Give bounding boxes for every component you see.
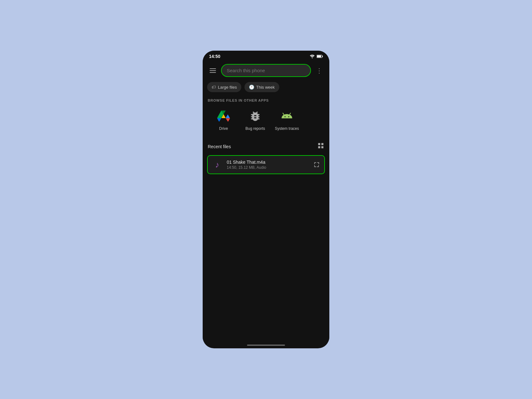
large-files-label: Large files <box>218 85 237 90</box>
hamburger-line-1 <box>210 68 216 69</box>
android-icon-wrapper <box>279 109 294 124</box>
browse-item-bug-reports[interactable]: Bug reports <box>239 105 271 134</box>
home-bar <box>247 345 285 346</box>
file-meta: 14:50, 15.12 MB, Audio <box>227 165 309 170</box>
wifi-icon <box>310 54 315 58</box>
drive-label: Drive <box>219 126 228 131</box>
recent-files-header: Recent files <box>203 139 329 154</box>
file-name: 01 Shake That.m4a <box>227 160 309 165</box>
hamburger-button[interactable] <box>207 66 218 75</box>
hamburger-line-2 <box>210 70 216 71</box>
top-bar: ⋮ <box>203 61 329 80</box>
clock-icon: 🕐 <box>249 85 254 90</box>
svg-rect-2 <box>317 55 321 57</box>
expand-icon <box>314 162 320 168</box>
hamburger-line-3 <box>210 72 216 73</box>
phone-frame: 14:50 ⋮ <box>203 51 329 348</box>
browse-item-drive[interactable]: Drive <box>208 105 239 134</box>
drive-icon-wrapper <box>216 109 231 124</box>
music-icon: ♪ <box>212 160 222 170</box>
status-bar: 14:50 <box>203 51 329 61</box>
file-expand-button[interactable] <box>314 162 320 168</box>
browse-section-title: BROWSE FILES IN OTHER APPS <box>203 94 329 105</box>
bug-icon-wrapper <box>248 109 263 124</box>
file-item[interactable]: ♪ 01 Shake That.m4a 14:50, 15.12 MB, Aud… <box>207 155 325 174</box>
file-info: 01 Shake That.m4a 14:50, 15.12 MB, Audio <box>227 160 309 170</box>
filter-chips: 🏷 Large files 🕐 This week <box>203 80 329 94</box>
status-time: 14:50 <box>209 54 220 59</box>
this-week-label: This week <box>256 85 275 90</box>
tag-icon: 🏷 <box>212 85 216 90</box>
large-files-chip[interactable]: 🏷 Large files <box>207 82 241 92</box>
more-options-button[interactable]: ⋮ <box>314 64 325 77</box>
svg-point-0 <box>312 58 313 58</box>
app-content: ⋮ 🏷 Large files 🕐 This week BROWSE FILES… <box>203 61 329 341</box>
this-week-chip[interactable]: 🕐 This week <box>244 82 279 92</box>
bug-reports-label: Bug reports <box>245 126 265 131</box>
browse-item-system-traces[interactable]: System traces <box>271 105 303 134</box>
drive-icon <box>217 111 230 122</box>
grid-view-button[interactable] <box>317 142 324 151</box>
status-icons-right <box>310 54 323 58</box>
svg-rect-3 <box>322 56 323 57</box>
system-traces-label: System traces <box>275 126 299 131</box>
battery-icon <box>317 54 323 58</box>
browse-grid: Drive Bug reports System traces <box>203 105 329 139</box>
home-indicator <box>203 341 329 348</box>
grid-icon <box>317 142 324 149</box>
bug-reports-icon <box>249 110 262 123</box>
system-traces-icon <box>281 110 293 123</box>
search-input[interactable] <box>221 64 311 77</box>
recent-files-title: Recent files <box>208 144 231 149</box>
